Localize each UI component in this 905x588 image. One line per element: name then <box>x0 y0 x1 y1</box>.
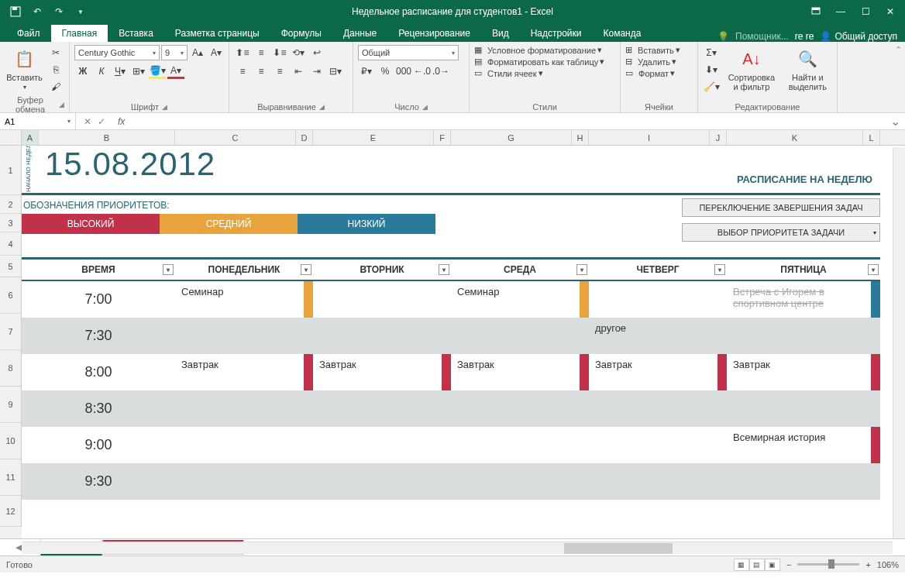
data-cell[interactable] <box>175 390 313 427</box>
orientation-icon[interactable]: ⟲▾ <box>290 45 307 60</box>
filter-icon[interactable]: ▾ <box>714 264 725 275</box>
data-cell[interactable]: Завтрак <box>175 354 313 390</box>
save-icon[interactable] <box>6 2 25 21</box>
find-select-button[interactable]: 🔍Найти и выделить <box>783 45 832 93</box>
data-cell[interactable]: Встреча с Игорем в спортивном центре <box>727 281 880 318</box>
zoom-level[interactable]: 106% <box>877 560 899 569</box>
font-size-combo[interactable]: 9▾ <box>161 45 188 60</box>
zoom-in-icon[interactable]: + <box>865 560 870 569</box>
col-header-H[interactable]: H <box>572 130 589 145</box>
align-launch-icon[interactable]: ◢ <box>319 103 325 111</box>
wrap-text-icon[interactable]: ↩ <box>308 45 325 60</box>
autosum-icon[interactable]: Σ▾ <box>703 45 720 60</box>
fill-icon[interactable]: ⬇▾ <box>703 62 720 77</box>
inc-decimal-icon[interactable]: ←.0 <box>414 64 431 79</box>
data-cell[interactable]: Семинар <box>451 281 589 318</box>
insert-cells-button[interactable]: ⊞ Вставить▾ <box>625 45 680 55</box>
tab-рецензирование[interactable]: Рецензирование <box>387 25 481 42</box>
dec-decimal-icon[interactable]: .0→ <box>432 64 449 79</box>
data-cell[interactable]: Завтрак <box>313 354 451 390</box>
row-header-1[interactable]: 1 <box>0 146 22 195</box>
close-icon[interactable]: ✕ <box>879 2 902 21</box>
normal-view-icon[interactable]: ▦ <box>734 559 749 571</box>
comma-icon[interactable]: 000 <box>395 64 412 79</box>
zoom-out-icon[interactable]: − <box>786 560 791 569</box>
data-cell[interactable]: Семинар <box>175 281 313 318</box>
tab-надстройки[interactable]: Надстройки <box>520 25 593 42</box>
data-cell[interactable] <box>727 463 880 500</box>
underline-button[interactable]: Ч▾ <box>112 64 129 79</box>
col-header-J[interactable]: J <box>710 130 727 145</box>
align-left-icon[interactable]: ≡ <box>234 64 251 79</box>
fx-icon[interactable]: fx <box>113 116 125 127</box>
tab-главная[interactable]: Главная <box>51 25 108 42</box>
border-icon[interactable]: ⊞▾ <box>130 64 147 79</box>
data-cell[interactable] <box>727 318 880 354</box>
data-cell[interactable] <box>175 463 313 500</box>
tab-формулы[interactable]: Формулы <box>270 25 332 42</box>
data-cell[interactable] <box>589 427 727 463</box>
data-cell[interactable]: Завтрак <box>589 354 727 390</box>
align-bot-icon[interactable]: ⬇≡ <box>271 45 288 60</box>
row-header-8[interactable]: 8 <box>0 350 22 387</box>
vertical-scrollbar[interactable] <box>893 147 905 538</box>
tab-данные[interactable]: Данные <box>332 25 387 42</box>
tell-me[interactable]: Помощник... <box>735 31 789 42</box>
tab-вставка[interactable]: Вставка <box>108 25 164 42</box>
data-cell[interactable]: Завтрак <box>727 354 880 390</box>
data-cell[interactable] <box>313 463 451 500</box>
grow-font-icon[interactable]: A▴ <box>189 45 206 60</box>
tab-файл[interactable]: Файл <box>6 25 51 42</box>
row-header-5[interactable]: 5 <box>0 256 22 277</box>
cut-icon[interactable]: ✂ <box>47 45 64 60</box>
filter-icon[interactable]: ▾ <box>301 264 311 275</box>
data-cell[interactable] <box>451 390 589 427</box>
page-break-icon[interactable]: ▣ <box>765 559 780 571</box>
data-cell[interactable] <box>451 318 589 354</box>
col-header-F[interactable]: F <box>434 130 451 145</box>
data-cell[interactable] <box>313 318 451 354</box>
format-table-button[interactable]: ▤ Форматировать как таблицу▾ <box>474 57 604 67</box>
undo-icon[interactable]: ↶ <box>28 2 46 21</box>
filter-icon[interactable]: ▾ <box>163 264 174 275</box>
data-cell[interactable] <box>727 390 880 427</box>
col-header-E[interactable]: E <box>313 130 434 145</box>
sort-filter-button[interactable]: A↓Сортировка и фильтр <box>723 45 780 93</box>
data-cell[interactable] <box>589 281 727 318</box>
col-header-D[interactable]: D <box>296 130 313 145</box>
enter-formula-icon[interactable]: ✓ <box>98 116 105 127</box>
col-header-K[interactable]: K <box>727 130 863 145</box>
data-cell[interactable]: Завтрак <box>451 354 589 390</box>
col-header-I[interactable]: I <box>589 130 710 145</box>
data-cell[interactable] <box>313 390 451 427</box>
share-button[interactable]: 👤Общий доступ <box>820 31 897 42</box>
bold-button[interactable]: Ж <box>74 64 91 79</box>
priority-select-button[interactable]: ВЫБОР ПРИОРИТЕТА ЗАДАЧИ▾ <box>682 223 880 242</box>
data-cell[interactable] <box>175 318 313 354</box>
redo-icon[interactable]: ↷ <box>50 2 68 21</box>
collapse-ribbon-icon[interactable]: ⌃ <box>892 42 905 112</box>
row-header-3[interactable]: 3 <box>0 214 22 232</box>
data-cell[interactable] <box>451 427 589 463</box>
tab-вид[interactable]: Вид <box>481 25 520 42</box>
data-cell[interactable] <box>589 390 727 427</box>
row-header-9[interactable]: 9 <box>0 387 22 423</box>
col-header-B[interactable]: B <box>39 130 175 145</box>
user-name[interactable]: re re <box>795 31 814 42</box>
col-header-C[interactable]: C <box>175 130 296 145</box>
clipboard-launch-icon[interactable]: ◢ <box>59 101 64 108</box>
italic-button[interactable]: К <box>93 64 110 79</box>
toggle-done-button[interactable]: ПЕРЕКЛЮЧЕНИЕ ЗАВЕРШЕНИЯ ЗАДАЧ <box>682 198 880 217</box>
row-header-7[interactable]: 7 <box>0 314 22 350</box>
number-format-combo[interactable]: Общий▾ <box>358 45 459 60</box>
cond-format-button[interactable]: ▦ Условное форматирование▾ <box>474 45 602 55</box>
fill-color-icon[interactable]: 🪣▾ <box>149 64 166 79</box>
data-cell[interactable] <box>313 281 451 318</box>
select-all-button[interactable] <box>0 130 22 145</box>
number-launch-icon[interactable]: ◢ <box>422 103 428 111</box>
format-painter-icon[interactable]: 🖌 <box>47 79 64 95</box>
tab-команда[interactable]: Команда <box>593 25 652 42</box>
format-cells-button[interactable]: ▭ Формат▾ <box>625 68 675 78</box>
cell-styles-button[interactable]: ▭ Стили ячеек▾ <box>474 68 543 78</box>
data-cell[interactable] <box>175 427 313 463</box>
